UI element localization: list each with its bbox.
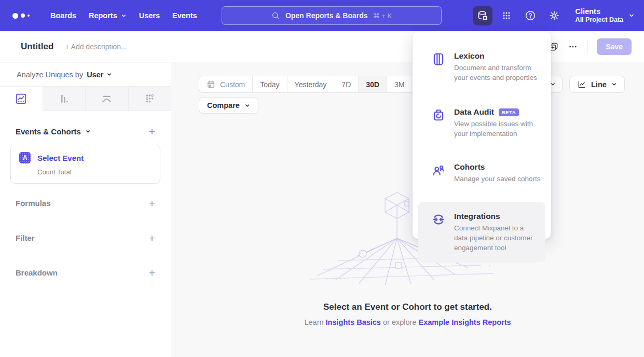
help-button[interactable]: [520, 6, 540, 25]
more-options-button[interactable]: [568, 42, 578, 51]
nav-item-label: Users: [139, 11, 160, 20]
date-range-label: 3M: [394, 80, 404, 89]
analyze-by-dropdown[interactable]: User: [87, 71, 112, 79]
divider: [587, 40, 587, 53]
date-range-label: 30D: [366, 80, 379, 89]
analyze-label: Analyze Uniques by: [17, 71, 83, 79]
mixpanel-insights-app: Boards Reports Users Events Open Reports…: [0, 0, 644, 357]
menu-item-description: Document and transform your events and p…: [454, 63, 543, 83]
settings-button[interactable]: [544, 6, 564, 25]
data-management-icon: [477, 10, 488, 21]
date-range-3m[interactable]: 3M: [387, 76, 412, 92]
count-total-dropdown[interactable]: Count Total: [37, 168, 152, 176]
menu-item-title: Data Audit: [454, 107, 494, 117]
menu-item-title: Lexicon: [454, 51, 543, 61]
line-chart-tab-icon: [15, 92, 28, 105]
tab-bar-chart[interactable]: [43, 87, 86, 111]
tab-metrics[interactable]: [128, 87, 171, 111]
search-shortcut: ⌘ + K: [373, 12, 392, 20]
filter-label: Filter: [16, 234, 35, 242]
top-nav: Boards Reports Users Events Open Reports…: [0, 0, 644, 31]
event-card[interactable]: A Select Event Count Total: [10, 145, 160, 184]
analyze-uniques-row: Analyze Uniques by User: [0, 63, 171, 86]
project-name: Clients: [576, 7, 623, 16]
mixpanel-logo[interactable]: [12, 13, 30, 19]
nav-item-reports[interactable]: Reports: [83, 0, 133, 31]
data-management-button[interactable]: [473, 6, 492, 25]
menu-item-description: Manage your saved cohorts: [454, 174, 541, 184]
date-range-label: Yesterday: [295, 80, 327, 89]
help-icon: [525, 10, 536, 21]
line-chart-icon: [577, 80, 586, 89]
query-sidebar: Analyze Uniques by User: [0, 63, 171, 357]
menu-item-lexicon[interactable]: Lexicon Document and transform your even…: [413, 45, 551, 89]
cohorts-icon: [432, 163, 445, 179]
settings-gear-icon: [549, 10, 560, 21]
chart-type-label: Line: [591, 80, 607, 89]
project-selector[interactable]: Clients All Project Data: [576, 7, 635, 24]
ellipsis-icon: [568, 42, 578, 51]
add-formula-button[interactable]: +: [149, 198, 155, 209]
date-range-today[interactable]: Today: [252, 76, 286, 92]
events-cohorts-label: Events & Cohorts: [16, 127, 81, 136]
event-letter-badge: A: [19, 152, 31, 163]
nav-item-users[interactable]: Users: [133, 0, 166, 31]
empty-state-subtitle: Learn Insights Basics or explore Example…: [171, 318, 644, 326]
chevron-down-icon: [628, 12, 635, 19]
example-reports-link[interactable]: Example Insights Reports: [418, 318, 511, 326]
chevron-down-icon: [244, 103, 250, 108]
date-range-label: 7D: [341, 80, 351, 89]
tab-stacked-chart[interactable]: [85, 87, 128, 111]
chart-type-tabs: [0, 86, 171, 111]
add-event-button[interactable]: +: [149, 126, 155, 137]
compare-dropdown[interactable]: Compare: [199, 97, 258, 114]
empty-state-title: Select an Event or Cohort to get started…: [171, 302, 644, 312]
date-range-yesterday[interactable]: Yesterday: [287, 76, 334, 92]
date-range-30d[interactable]: 30D: [358, 76, 387, 92]
subtitle-text: Learn: [304, 318, 325, 326]
report-canvas: Custom Today Yesterday 7D 30D 3M 6M Comp…: [171, 63, 644, 357]
menu-item-description: View possible issues with your implement…: [454, 119, 543, 139]
report-title[interactable]: Untitled: [21, 42, 53, 52]
chart-type-dropdown[interactable]: Line: [569, 76, 625, 93]
stacked-chart-tab-icon: [100, 92, 113, 105]
menu-item-title: Cohorts: [454, 162, 541, 172]
filter-row: Filter +: [0, 232, 171, 243]
chevron-down-icon: [121, 13, 127, 19]
data-audit-icon: [432, 108, 445, 124]
integrations-icon: [432, 213, 445, 228]
add-breakdown-button[interactable]: +: [149, 267, 155, 278]
insights-basics-link[interactable]: Insights Basics: [326, 318, 381, 326]
project-scope: All Project Data: [576, 16, 623, 24]
chevron-down-icon: [611, 81, 617, 87]
add-filter-button[interactable]: +: [149, 232, 155, 243]
formulas-label: Formulas: [16, 199, 51, 208]
search-placeholder: Open Reports & Boards: [285, 11, 368, 20]
menu-item-cohorts[interactable]: Cohorts Manage your saved cohorts: [413, 156, 551, 190]
menu-item-data-audit[interactable]: Data Audit BETA View possible issues wit…: [413, 101, 551, 145]
date-range-label: Today: [260, 80, 279, 89]
nav-item-boards[interactable]: Boards: [44, 0, 83, 31]
menu-item-integrations[interactable]: Integrations Connect Mixpanel to a data …: [418, 202, 545, 263]
global-search-input[interactable]: Open Reports & Boards ⌘ + K: [222, 6, 442, 25]
subtitle-text: or explore: [381, 318, 419, 326]
metrics-tab-icon: [143, 92, 156, 105]
events-cohorts-dropdown[interactable]: Events & Cohorts: [16, 127, 91, 136]
nav-item-label: Boards: [50, 11, 76, 20]
save-button[interactable]: Save: [597, 38, 632, 55]
analyze-value: User: [87, 71, 103, 79]
date-range-custom[interactable]: Custom: [199, 76, 252, 92]
date-range-control: Custom Today Yesterday 7D 30D 3M 6M: [199, 76, 437, 93]
tab-line-chart[interactable]: [0, 87, 43, 111]
nav-item-events[interactable]: Events: [166, 0, 203, 31]
compare-label: Compare: [207, 101, 240, 109]
events-cohorts-header: Events & Cohorts +: [0, 126, 171, 137]
select-event-button[interactable]: Select Event: [37, 154, 84, 162]
search-icon: [271, 11, 280, 20]
apps-grid-icon: [501, 10, 512, 21]
report-description-field[interactable]: + Add description...: [65, 43, 127, 51]
beta-badge: BETA: [499, 108, 519, 116]
date-range-7d[interactable]: 7D: [334, 76, 358, 92]
apps-grid-button[interactable]: [497, 6, 516, 25]
lexicon-icon: [432, 52, 445, 68]
